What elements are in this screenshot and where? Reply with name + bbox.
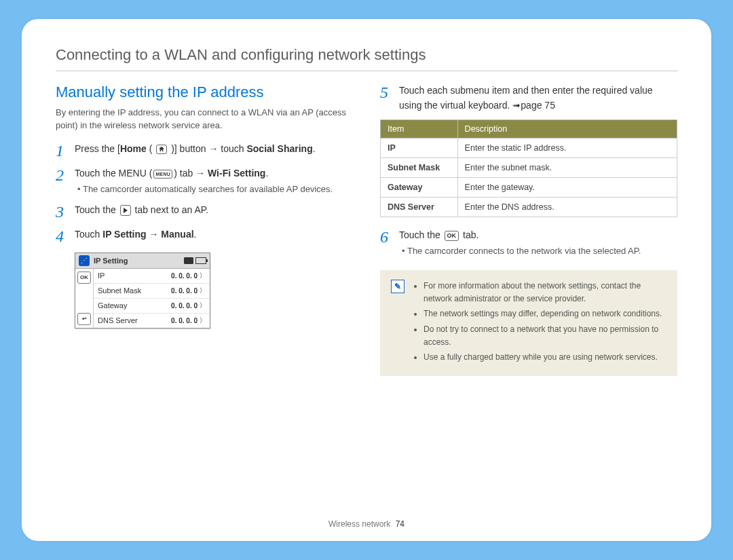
table-cell: Enter the subnet mask. — [457, 158, 677, 178]
table-row: DNS Server Enter the DNS address. — [381, 198, 677, 217]
ok-icon: OK — [445, 231, 459, 241]
value-text: 0. 0. 0. 0 — [171, 287, 198, 295]
chevron-right-icon: 〉 — [200, 316, 206, 325]
chevron-right-icon: 〉 — [200, 272, 206, 280]
item-description-table: Item Description IP Enter the static IP … — [380, 119, 677, 217]
step-body: Touch the tab next to an AP. — [75, 203, 353, 221]
table-row: Gateway Enter the gateway. — [381, 178, 677, 198]
step-body: Touch IP Setting → Manual. — [75, 227, 353, 245]
row-label: IP — [98, 272, 105, 280]
step-number: 6 — [380, 228, 392, 258]
table-cell: DNS Server — [381, 198, 458, 217]
row-label: Gateway — [98, 301, 127, 310]
step-body: Touch the MENU (MENU) tab → Wi-Fi Settin… — [75, 166, 353, 196]
table-row: Subnet Mask Enter the subnet mask. — [381, 158, 677, 178]
step-number: 4 — [56, 227, 68, 245]
screen-rows: IP 0. 0. 0. 0〉 Subnet Mask 0. 0. 0. 0〉 G… — [94, 269, 210, 328]
two-column-layout: Manually setting the IP address By enter… — [56, 83, 677, 376]
text: . — [265, 168, 268, 179]
text-bold: Social Sharing — [246, 143, 312, 154]
text: ( — [147, 143, 155, 154]
table-cell: Gateway — [381, 178, 458, 198]
step-number: 1 — [56, 142, 68, 160]
table-header: Description — [457, 120, 677, 138]
note-box: ✎ For more information about the network… — [380, 270, 677, 376]
step-3: 3 Touch the tab next to an AP. — [56, 203, 353, 221]
step-body: Press the [Home ( )] button → touch Soci… — [75, 142, 353, 160]
step-5: 5 Touch each submenu item and then enter… — [380, 83, 677, 113]
step-sub: The camcorder connects to the network vi… — [399, 244, 677, 258]
table-header: Item — [381, 120, 458, 138]
value-text: 0. 0. 0. 0 — [171, 272, 198, 280]
right-column: 5 Touch each submenu item and then enter… — [380, 83, 677, 376]
page-number: 74 — [396, 519, 405, 529]
ok-button[interactable]: OK — [77, 272, 91, 284]
row-value: 0. 0. 0. 0〉 — [171, 272, 206, 280]
step-4: 4 Touch IP Setting → Manual. — [56, 227, 353, 245]
table-cell: Enter the gateway. — [457, 178, 677, 198]
home-label: Home — [120, 143, 147, 154]
row-label: Subnet Mask — [98, 286, 141, 295]
step-1: 1 Press the [Home ( )] button → touch So… — [56, 142, 353, 160]
chevron-right-icon: 〉 — [200, 286, 206, 295]
text: Touch — [75, 229, 102, 240]
row-label: DNS Server — [98, 316, 138, 324]
text: . — [194, 229, 197, 240]
text: )] button → touch — [168, 143, 246, 154]
text: Touch the — [399, 229, 443, 240]
back-button[interactable]: ↩ — [77, 313, 91, 325]
list-item[interactable]: Gateway 0. 0. 0. 0〉 — [94, 299, 210, 314]
wifi-icon: ⋰ — [79, 255, 90, 266]
note-item: Do not try to connect to a network that … — [424, 323, 666, 348]
note-list: For more information about the network s… — [413, 280, 666, 367]
section-title: Manually setting the IP address — [56, 83, 353, 101]
step-sub: The camcorder automatically searches for… — [75, 183, 353, 196]
text: Touch the — [75, 204, 119, 215]
text-bold: Manual — [161, 229, 193, 240]
step-body: Touch each submenu item and then enter t… — [399, 83, 677, 113]
table-cell: IP — [381, 138, 458, 158]
text: ) tab → — [174, 168, 208, 179]
screen-left-buttons: OK ↩ — [75, 269, 94, 328]
section-intro: By entering the IP address, you can conn… — [56, 107, 353, 132]
screen-header: ⋰ IP Setting — [75, 253, 210, 269]
note-item: Use a fully charged battery while you ar… — [424, 351, 666, 364]
note-item: For more information about the network s… — [424, 280, 666, 305]
text: tab next to an AP. — [132, 204, 209, 215]
text-bold: Wi-Fi Setting — [208, 168, 265, 179]
page-footer: Wireless network 74 — [22, 519, 711, 529]
row-value: 0. 0. 0. 0〉 — [171, 286, 206, 295]
ip-setting-screen: ⋰ IP Setting OK ↩ IP 0. 0. — [75, 253, 210, 329]
step-6: 6 Touch the OK tab. The camcorder connec… — [380, 228, 677, 258]
home-icon — [156, 145, 167, 154]
menu-icon: MENU — [153, 170, 172, 179]
table-cell: Enter the static IP address. — [457, 138, 677, 158]
text-bold: IP Setting — [102, 229, 146, 240]
table-row: IP Enter the static IP address. — [381, 138, 677, 158]
value-text: 0. 0. 0. 0 — [171, 317, 198, 324]
step-number: 2 — [56, 166, 68, 196]
left-column: Manually setting the IP address By enter… — [56, 83, 353, 376]
text: Touch the MENU ( — [75, 168, 152, 179]
step-body: Touch the OK tab. The camcorder connects… — [399, 228, 677, 258]
text: tab. — [460, 229, 478, 240]
status-icons — [184, 257, 206, 264]
card-icon — [184, 257, 193, 264]
table-cell: Enter the DNS address. — [457, 198, 677, 217]
footer-section: Wireless network — [328, 519, 390, 529]
chevron-right-icon — [120, 205, 131, 216]
text: Press the [ — [75, 143, 120, 154]
screen-body: OK ↩ IP 0. 0. 0. 0〉 Subnet Mask 0. 0. 0.… — [75, 269, 210, 328]
arrow: → — [147, 229, 162, 240]
step-number: 5 — [380, 83, 392, 113]
row-value: 0. 0. 0. 0〉 — [171, 301, 206, 310]
chapter-title: Connecting to a WLAN and configuring net… — [56, 46, 677, 71]
list-item[interactable]: Subnet Mask 0. 0. 0. 0〉 — [94, 284, 210, 299]
table-cell: Subnet Mask — [381, 158, 458, 178]
list-item[interactable]: DNS Server 0. 0. 0. 0〉 — [94, 314, 210, 328]
list-item[interactable]: IP 0. 0. 0. 0〉 — [94, 269, 210, 284]
screen-title: IP Setting — [94, 257, 128, 265]
chevron-right-icon: 〉 — [200, 301, 206, 310]
manual-page: Connecting to a WLAN and configuring net… — [22, 19, 711, 541]
row-value: 0. 0. 0. 0〉 — [171, 316, 206, 325]
